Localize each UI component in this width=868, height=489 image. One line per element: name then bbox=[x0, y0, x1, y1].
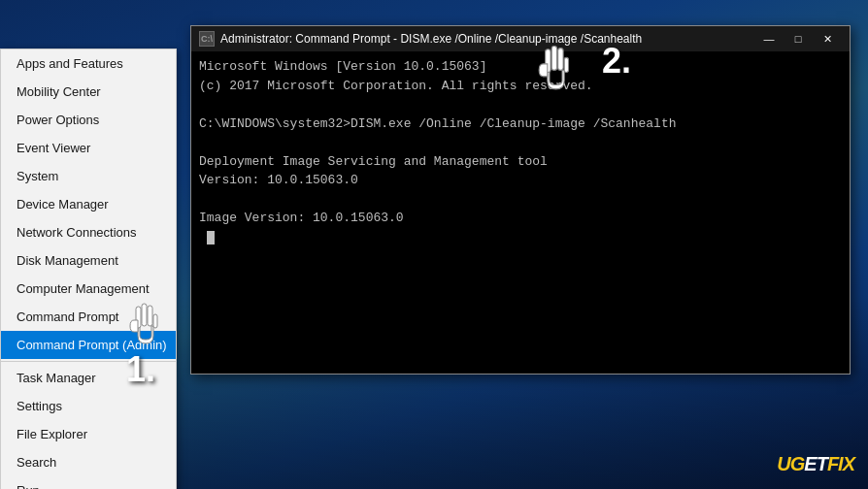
context-menu-item-file-explorer[interactable]: File Explorer bbox=[1, 420, 176, 448]
cmd-line-7 bbox=[199, 190, 842, 210]
context-menu-item-device-manager[interactable]: Device Manager bbox=[1, 190, 176, 218]
cmd-line-0: Microsoft Windows [Version 10.0.15063] bbox=[199, 57, 842, 77]
context-menu-item-mobility-center[interactable]: Mobility Center bbox=[1, 78, 176, 106]
cmd-titlebar: C:\ Administrator: Command Prompt - DISM… bbox=[191, 26, 850, 51]
cmd-line-1: (c) 2017 Microsoft Corporation. All righ… bbox=[199, 77, 842, 96]
context-menu-item-command-prompt-(admin)[interactable]: Command Prompt (Admin) bbox=[1, 331, 176, 359]
context-menu-item-power-options[interactable]: Power Options bbox=[1, 106, 176, 134]
cmd-titlebar-buttons: — □ ✕ bbox=[754, 26, 842, 51]
maximize-button[interactable]: □ bbox=[784, 26, 813, 51]
context-menu-item-event-viewer[interactable]: Event Viewer bbox=[1, 134, 176, 162]
context-menu-item-run[interactable]: Run bbox=[1, 476, 176, 489]
cmd-body: Microsoft Windows [Version 10.0.15063](c… bbox=[191, 51, 850, 374]
context-menu-item-system[interactable]: System bbox=[1, 162, 176, 190]
watermark: UG ET FIX bbox=[777, 453, 854, 475]
cmd-line-6: Version: 10.0.15063.0 bbox=[199, 171, 842, 190]
watermark-et: ET bbox=[804, 453, 827, 475]
context-menu-item-command-prompt[interactable]: Command Prompt bbox=[1, 303, 176, 331]
context-menu-item-network-connections[interactable]: Network Connections bbox=[1, 218, 176, 246]
cmd-line-8: Image Version: 10.0.15063.0 bbox=[199, 209, 842, 228]
cmd-window: C:\ Administrator: Command Prompt - DISM… bbox=[190, 25, 851, 375]
context-menu: Apps and FeaturesMobility CenterPower Op… bbox=[0, 49, 177, 489]
watermark-ug: UG bbox=[777, 453, 804, 475]
cmd-line-3: C:\WINDOWS\system32>DISM.exe /Online /Cl… bbox=[199, 114, 842, 134]
cmd-line-4 bbox=[199, 133, 842, 152]
cmd-titlebar-title: Administrator: Command Prompt - DISM.exe… bbox=[220, 32, 754, 46]
cmd-line-2 bbox=[199, 95, 842, 114]
cmd-line-9 bbox=[199, 228, 842, 247]
cmd-window-icon: C:\ bbox=[199, 31, 215, 47]
close-button[interactable]: ✕ bbox=[813, 26, 842, 51]
context-menu-item-settings[interactable]: Settings bbox=[1, 392, 176, 420]
context-menu-item-task-manager[interactable]: Task Manager bbox=[1, 364, 176, 392]
cmd-line-5: Deployment Image Servicing and Managemen… bbox=[199, 152, 842, 172]
context-menu-item-disk-management[interactable]: Disk Management bbox=[1, 246, 176, 275]
minimize-button[interactable]: — bbox=[754, 26, 784, 51]
desktop: Apps and FeaturesMobility CenterPower Op… bbox=[0, 0, 868, 489]
context-menu-item-computer-management[interactable]: Computer Management bbox=[1, 275, 176, 303]
context-menu-item-search[interactable]: Search bbox=[1, 448, 176, 476]
context-menu-item-apps-and-features[interactable]: Apps and Features bbox=[1, 49, 176, 78]
watermark-fix: FIX bbox=[827, 453, 854, 475]
